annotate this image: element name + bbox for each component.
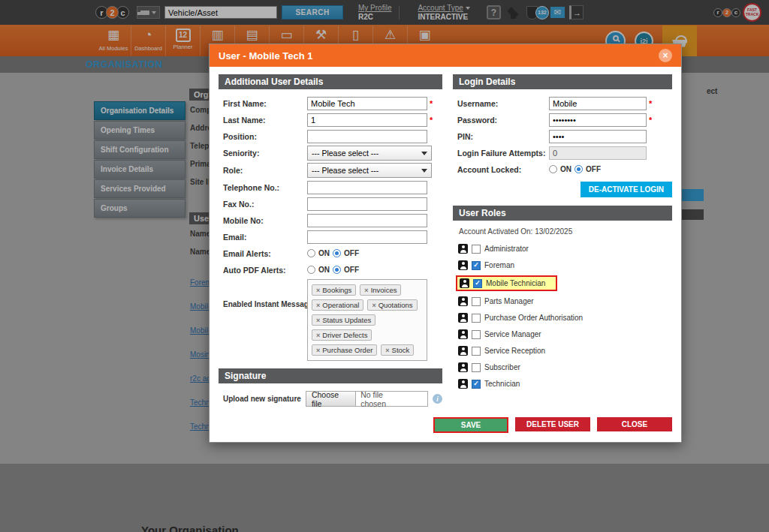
position-label: Position: xyxy=(223,132,307,141)
telephone-input[interactable] xyxy=(307,181,427,194)
seniority-select[interactable]: --- Please select --- xyxy=(307,146,432,161)
required-marker: * xyxy=(430,99,433,108)
role-select[interactable]: --- Please select --- xyxy=(307,163,432,178)
role-checkbox-foreman[interactable]: ✓ xyxy=(472,261,481,270)
fax-input[interactable] xyxy=(307,197,427,211)
remove-tag-icon[interactable]: × xyxy=(316,347,320,354)
remove-tag-icon[interactable]: × xyxy=(316,332,320,339)
pin-input[interactable] xyxy=(549,130,647,143)
role-row-service-reception: Service Reception xyxy=(456,344,547,357)
role-row-purchase-order-authorisation: Purchase Order Authorisation xyxy=(456,311,585,324)
field-pin: PIN: xyxy=(453,129,672,143)
role-label: Technician xyxy=(484,380,520,388)
choose-file-button[interactable]: Choose file xyxy=(306,392,356,406)
message-tag-label: Driver Defects xyxy=(322,331,367,339)
role-checkbox-subscriber[interactable] xyxy=(472,363,481,372)
field-password: Password: * xyxy=(453,113,672,127)
remove-tag-icon[interactable]: × xyxy=(385,347,389,354)
field-position: Position: xyxy=(219,129,442,143)
delete-user-button[interactable]: DELETE USER xyxy=(515,417,590,431)
field-mobile: Mobile No: xyxy=(219,213,442,227)
field-email-alerts: Email Alerts: ON OFF xyxy=(219,246,442,260)
first-name-input[interactable] xyxy=(307,97,427,110)
remove-tag-icon[interactable]: × xyxy=(316,317,320,324)
message-tag-label: Stock xyxy=(392,346,410,354)
chevron-down-icon xyxy=(421,169,427,173)
pin-label: PIN: xyxy=(457,132,549,141)
login-details-column: Login Details Username: * Password: * PI… xyxy=(453,74,672,407)
message-tag-driver-defects[interactable]: ×Driver Defects xyxy=(312,329,372,341)
close-button[interactable]: CLOSE xyxy=(597,417,672,431)
user-person-icon xyxy=(460,278,469,288)
role-label: Service Manager xyxy=(484,330,541,338)
user-person-icon xyxy=(458,260,468,270)
deactivate-login-button[interactable]: DE-ACTIVATE LOGIN xyxy=(581,182,672,197)
auto-pdf-on-radio[interactable] xyxy=(307,266,315,274)
role-label: Administrator xyxy=(484,245,529,253)
role-checkbox-service-manager[interactable] xyxy=(472,330,481,339)
role-label: Service Reception xyxy=(484,347,545,355)
modal-footer: SAVE DELETE USER CLOSE xyxy=(219,417,672,433)
remove-tag-icon[interactable]: × xyxy=(372,302,375,309)
role-label: Role: xyxy=(223,166,307,175)
email-alerts-on-radio[interactable] xyxy=(307,249,315,257)
auto-pdf-off-radio[interactable] xyxy=(333,266,341,274)
login-failures-input xyxy=(549,146,647,160)
account-locked-on-radio[interactable] xyxy=(549,165,557,173)
role-checkbox-technician[interactable]: ✓ xyxy=(472,380,481,389)
user-modal: User - Mobile Tech 1 × Additional User D… xyxy=(209,44,682,443)
remove-tag-icon[interactable]: × xyxy=(316,302,320,309)
field-telephone: Telephone No.: xyxy=(219,180,442,194)
signature-file-input[interactable]: Choose file No file chosen xyxy=(306,391,428,407)
position-input[interactable] xyxy=(307,130,427,143)
role-row-administrator: Administrator xyxy=(456,242,531,255)
close-icon[interactable]: × xyxy=(659,49,672,62)
role-label: Foreman xyxy=(484,261,514,269)
field-instant-messages: Enabled Instant Messages ×Bookings×Invoi… xyxy=(219,279,442,361)
upload-signature-label: Upload new signature xyxy=(223,395,301,403)
message-tag-stock[interactable]: ×Stock xyxy=(381,344,414,356)
username-input[interactable] xyxy=(549,97,647,110)
message-tag-bookings[interactable]: ×Bookings xyxy=(312,284,356,296)
username-label: Username: xyxy=(457,99,549,108)
account-activated-line: Account Activated On: 13/02/2025 xyxy=(459,227,672,236)
modal-body: Additional User Details First Name: * La… xyxy=(210,67,681,442)
last-name-input[interactable] xyxy=(307,113,427,127)
required-marker: * xyxy=(430,116,433,125)
section-header-signature: Signature xyxy=(219,368,442,383)
field-fax: Fax No.: xyxy=(219,197,442,211)
message-tag-label: Purchase Order xyxy=(322,346,372,354)
telephone-label: Telephone No.: xyxy=(223,183,307,192)
account-locked-off-radio[interactable] xyxy=(574,165,583,173)
user-person-icon xyxy=(458,296,468,306)
role-checkbox-parts-manager[interactable] xyxy=(472,297,481,306)
message-tag-operational[interactable]: ×Operational xyxy=(312,299,363,311)
info-icon[interactable]: i xyxy=(433,394,442,404)
user-person-icon xyxy=(458,313,468,323)
message-tag-label: Status Updates xyxy=(322,316,371,324)
email-input[interactable] xyxy=(307,230,427,244)
role-checkbox-administrator[interactable] xyxy=(472,245,481,254)
save-button[interactable]: SAVE xyxy=(433,417,508,433)
required-marker: * xyxy=(649,116,652,125)
remove-tag-icon[interactable]: × xyxy=(364,287,368,294)
email-alerts-off-radio[interactable] xyxy=(333,249,341,257)
mobile-input[interactable] xyxy=(307,214,427,227)
required-marker: * xyxy=(649,99,652,108)
role-row-mobile-technician: ✓Mobile Technician xyxy=(456,275,557,291)
auto-pdf-alerts-label: Auto PDF Alerts: xyxy=(223,266,307,275)
message-tag-quotations[interactable]: ×Quotations xyxy=(367,299,417,311)
remove-tag-icon[interactable]: × xyxy=(316,287,320,294)
message-tag-label: Operational xyxy=(322,301,359,309)
user-person-icon xyxy=(458,362,468,372)
role-checkbox-mobile-technician[interactable]: ✓ xyxy=(473,279,482,288)
role-row-service-manager: Service Manager xyxy=(456,328,544,341)
message-tag-status-updates[interactable]: ×Status Updates xyxy=(312,314,375,326)
message-tag-purchase-order[interactable]: ×Purchase Order xyxy=(312,344,377,356)
password-input[interactable] xyxy=(549,113,647,127)
user-person-icon xyxy=(458,346,468,356)
message-tag-invoices[interactable]: ×Invoices xyxy=(360,284,401,296)
first-name-label: First Name: xyxy=(223,99,307,108)
role-checkbox-service-reception[interactable] xyxy=(472,347,481,356)
role-checkbox-purchase-order-authorisation[interactable] xyxy=(472,314,481,323)
